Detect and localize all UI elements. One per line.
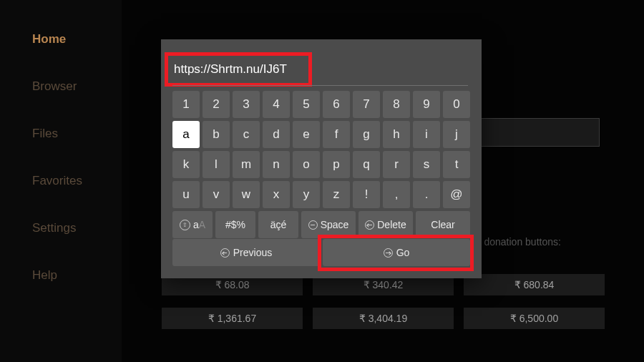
key-r[interactable]: r: [383, 151, 410, 178]
delete-icon: [365, 220, 374, 230]
key-d[interactable]: d: [263, 121, 290, 148]
key-i[interactable]: i: [413, 121, 440, 148]
key-clear[interactable]: Clear: [416, 211, 470, 238]
donation-button[interactable]: ₹ 3,404.19: [313, 308, 454, 329]
key-l[interactable]: l: [203, 151, 230, 178]
key-h[interactable]: h: [383, 121, 410, 148]
key-k[interactable]: k: [172, 151, 200, 178]
arrow-right-icon: [384, 248, 393, 258]
shift-icon: ⇧: [180, 220, 190, 230]
key-9[interactable]: 9: [413, 91, 440, 118]
key-1[interactable]: 1: [172, 91, 200, 118]
key-0[interactable]: 0: [443, 91, 470, 118]
key-z[interactable]: z: [323, 181, 350, 208]
key-,[interactable]: ,: [383, 181, 410, 208]
url-input[interactable]: [174, 62, 308, 77]
key-symbols[interactable]: #$%: [215, 211, 255, 238]
key-g[interactable]: g: [353, 121, 380, 148]
key-space[interactable]: Space: [301, 211, 356, 238]
key-o[interactable]: o: [293, 151, 320, 178]
key-6[interactable]: 6: [323, 91, 350, 118]
donation-row-2: ₹ 1,361.67 ₹ 3,404.19 ₹ 6,500.00: [162, 308, 605, 329]
key-row-digits: 1234567890: [172, 91, 470, 118]
key-.[interactable]: .: [413, 181, 440, 208]
key-8[interactable]: 8: [383, 91, 410, 118]
go-button[interactable]: Go: [323, 239, 470, 266]
key-a[interactable]: a: [172, 121, 200, 148]
donation-button[interactable]: ₹ 680.84: [464, 274, 605, 295]
url-input-highlight: [165, 52, 312, 87]
sidebar-item-home[interactable]: Home: [32, 32, 122, 47]
url-underline: [172, 85, 468, 86]
key-e[interactable]: e: [293, 121, 320, 148]
key-c[interactable]: c: [233, 121, 260, 148]
key-v[interactable]: v: [203, 181, 230, 208]
key-delete[interactable]: Delete: [358, 211, 413, 238]
url-entry-modal: 1234567890 abcdefghij klmnopqrst uvwxyz!…: [161, 39, 482, 278]
key-4[interactable]: 4: [263, 91, 290, 118]
sidebar-item-files[interactable]: Files: [32, 127, 122, 141]
sidebar: Home Browser Files Favorites Settings He…: [0, 0, 122, 362]
sidebar-item-favorites[interactable]: Favorites: [32, 174, 122, 188]
key-q[interactable]: q: [353, 151, 380, 178]
key-w[interactable]: w: [233, 181, 260, 208]
key-j[interactable]: j: [443, 121, 470, 148]
key-@[interactable]: @: [443, 181, 470, 208]
modal-action-row: Previous Go: [172, 239, 470, 266]
key-f[interactable]: f: [323, 121, 350, 148]
key-u[interactable]: u: [172, 181, 200, 208]
key-accents[interactable]: äçé: [258, 211, 298, 238]
key-n[interactable]: n: [263, 151, 290, 178]
key-![interactable]: !: [353, 181, 380, 208]
key-y[interactable]: y: [293, 181, 320, 208]
key-row-fn: ⇧ aA #$% äçé Space Delete Clear: [172, 211, 470, 238]
sidebar-item-help[interactable]: Help: [32, 268, 122, 283]
arrow-left-icon: [220, 248, 230, 258]
key-row-a: abcdefghij: [172, 121, 470, 148]
donation-button[interactable]: ₹ 1,361.67: [162, 308, 303, 329]
key-5[interactable]: 5: [293, 91, 320, 118]
key-row-k: klmnopqrst: [172, 151, 470, 178]
sidebar-item-browser[interactable]: Browser: [32, 79, 122, 94]
key-t[interactable]: t: [443, 151, 470, 178]
on-screen-keyboard: 1234567890 abcdefghij klmnopqrst uvwxyz!…: [172, 91, 470, 241]
key-7[interactable]: 7: [353, 91, 380, 118]
key-s[interactable]: s: [413, 151, 440, 178]
donation-button[interactable]: ₹ 6,500.00: [464, 308, 605, 329]
key-2[interactable]: 2: [203, 91, 230, 118]
key-row-u: uvwxyz!,.@: [172, 181, 470, 208]
key-m[interactable]: m: [233, 151, 260, 178]
key-b[interactable]: b: [203, 121, 230, 148]
space-icon: [308, 220, 318, 230]
key-shift[interactable]: ⇧ aA: [172, 211, 213, 238]
key-x[interactable]: x: [263, 181, 290, 208]
sidebar-item-settings[interactable]: Settings: [32, 221, 122, 235]
key-p[interactable]: p: [323, 151, 350, 178]
previous-button[interactable]: Previous: [172, 239, 320, 266]
key-3[interactable]: 3: [233, 91, 260, 118]
